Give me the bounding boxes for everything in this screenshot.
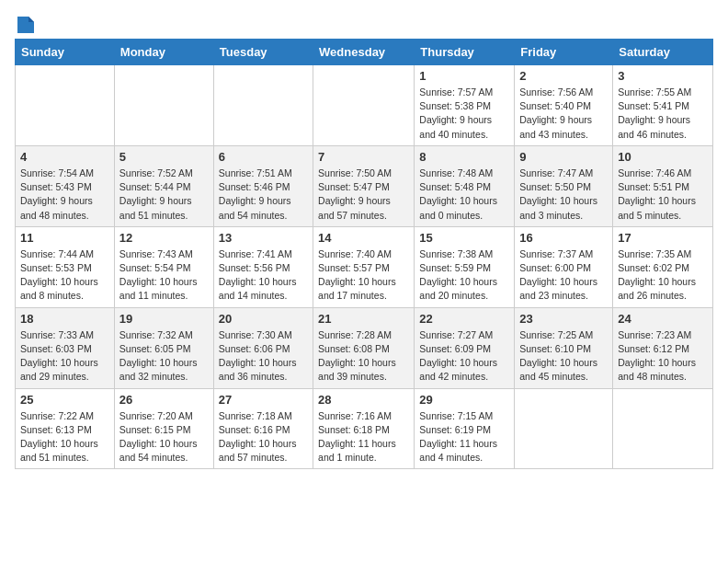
day-info: Sunrise: 7:25 AMSunset: 6:10 PMDaylight:… (519, 328, 608, 385)
calendar-body: 1Sunrise: 7:57 AMSunset: 5:38 PMDaylight… (16, 65, 713, 469)
day-info: Sunrise: 7:16 AMSunset: 6:18 PMDaylight:… (318, 409, 409, 465)
day-cell: 3Sunrise: 7:55 AMSunset: 5:41 PMDaylight… (613, 65, 713, 146)
day-number: 8 (419, 150, 509, 164)
header (15, 15, 713, 31)
day-cell (515, 388, 613, 469)
day-number: 13 (219, 231, 308, 245)
week-row-1: 1Sunrise: 7:57 AMSunset: 5:38 PMDaylight… (16, 65, 713, 146)
day-info: Sunrise: 7:43 AMSunset: 5:54 PMDaylight:… (119, 247, 209, 304)
day-info: Sunrise: 7:51 AMSunset: 5:46 PMDaylight:… (219, 167, 308, 223)
day-info: Sunrise: 7:54 AMSunset: 5:43 PMDaylight:… (20, 167, 109, 223)
day-cell: 13Sunrise: 7:41 AMSunset: 5:56 PMDayligh… (213, 226, 313, 307)
day-number: 14 (318, 231, 409, 245)
day-number: 3 (618, 69, 708, 83)
day-info: Sunrise: 7:56 AMSunset: 5:40 PMDaylight:… (519, 86, 608, 142)
day-cell (16, 65, 115, 146)
day-cell: 6Sunrise: 7:51 AMSunset: 5:46 PMDaylight… (213, 145, 313, 226)
header-day-sunday: Sunday (16, 40, 115, 65)
day-info: Sunrise: 7:15 AMSunset: 6:19 PMDaylight:… (419, 409, 509, 465)
day-cell: 29Sunrise: 7:15 AMSunset: 6:19 PMDayligh… (415, 388, 515, 469)
day-cell: 24Sunrise: 7:23 AMSunset: 6:12 PMDayligh… (613, 307, 713, 388)
header-day-wednesday: Wednesday (313, 40, 415, 65)
header-day-tuesday: Tuesday (213, 40, 313, 65)
day-info: Sunrise: 7:30 AMSunset: 6:06 PMDaylight:… (219, 328, 308, 385)
week-row-5: 25Sunrise: 7:22 AMSunset: 6:13 PMDayligh… (16, 388, 713, 469)
day-cell: 25Sunrise: 7:22 AMSunset: 6:13 PMDayligh… (16, 388, 115, 469)
day-info: Sunrise: 7:46 AMSunset: 5:51 PMDaylight:… (618, 167, 708, 223)
header-day-friday: Friday (515, 40, 613, 65)
logo (15, 15, 36, 31)
day-number: 1 (419, 69, 509, 83)
day-number: 22 (419, 312, 509, 326)
day-cell: 16Sunrise: 7:37 AMSunset: 6:00 PMDayligh… (515, 226, 613, 307)
day-cell: 28Sunrise: 7:16 AMSunset: 6:18 PMDayligh… (313, 388, 415, 469)
day-number: 15 (419, 231, 509, 245)
header-row: SundayMondayTuesdayWednesdayThursdayFrid… (16, 40, 713, 65)
day-number: 29 (419, 393, 509, 407)
day-cell: 27Sunrise: 7:18 AMSunset: 6:16 PMDayligh… (213, 388, 313, 469)
day-cell: 7Sunrise: 7:50 AMSunset: 5:47 PMDaylight… (313, 145, 415, 226)
day-cell: 23Sunrise: 7:25 AMSunset: 6:10 PMDayligh… (515, 307, 613, 388)
day-cell: 20Sunrise: 7:30 AMSunset: 6:06 PMDayligh… (213, 307, 313, 388)
day-number: 26 (119, 393, 209, 407)
day-cell (114, 65, 213, 146)
day-number: 18 (20, 312, 109, 326)
calendar-table: SundayMondayTuesdayWednesdayThursdayFrid… (15, 39, 713, 469)
day-info: Sunrise: 7:38 AMSunset: 5:59 PMDaylight:… (419, 247, 509, 304)
day-cell: 5Sunrise: 7:52 AMSunset: 5:44 PMDaylight… (114, 145, 213, 226)
day-number: 2 (519, 69, 608, 83)
day-number: 11 (20, 231, 109, 245)
day-cell: 14Sunrise: 7:40 AMSunset: 5:57 PMDayligh… (313, 226, 415, 307)
day-cell: 11Sunrise: 7:44 AMSunset: 5:53 PMDayligh… (16, 226, 115, 307)
day-cell: 9Sunrise: 7:47 AMSunset: 5:50 PMDaylight… (515, 145, 613, 226)
day-number: 27 (219, 393, 308, 407)
day-cell: 19Sunrise: 7:32 AMSunset: 6:05 PMDayligh… (114, 307, 213, 388)
day-cell (213, 65, 313, 146)
day-number: 28 (318, 393, 409, 407)
day-number: 25 (20, 393, 109, 407)
svg-marker-0 (17, 17, 34, 33)
day-info: Sunrise: 7:20 AMSunset: 6:15 PMDaylight:… (119, 409, 209, 465)
week-row-4: 18Sunrise: 7:33 AMSunset: 6:03 PMDayligh… (16, 307, 713, 388)
day-info: Sunrise: 7:47 AMSunset: 5:50 PMDaylight:… (519, 167, 608, 223)
day-cell (313, 65, 415, 146)
day-cell: 4Sunrise: 7:54 AMSunset: 5:43 PMDaylight… (16, 145, 115, 226)
week-row-2: 4Sunrise: 7:54 AMSunset: 5:43 PMDaylight… (16, 145, 713, 226)
day-info: Sunrise: 7:18 AMSunset: 6:16 PMDaylight:… (219, 409, 308, 465)
svg-marker-1 (28, 17, 34, 22)
day-number: 16 (519, 231, 608, 245)
day-cell (613, 388, 713, 469)
day-number: 12 (119, 231, 209, 245)
day-number: 24 (618, 312, 708, 326)
header-day-monday: Monday (114, 40, 213, 65)
day-info: Sunrise: 7:28 AMSunset: 6:08 PMDaylight:… (318, 328, 409, 385)
day-number: 6 (219, 150, 308, 164)
day-number: 20 (219, 312, 308, 326)
day-number: 7 (318, 150, 409, 164)
day-cell: 22Sunrise: 7:27 AMSunset: 6:09 PMDayligh… (415, 307, 515, 388)
header-day-saturday: Saturday (613, 40, 713, 65)
week-row-3: 11Sunrise: 7:44 AMSunset: 5:53 PMDayligh… (16, 226, 713, 307)
day-info: Sunrise: 7:32 AMSunset: 6:05 PMDaylight:… (119, 328, 209, 385)
logo-icon (16, 15, 36, 35)
day-number: 21 (318, 312, 409, 326)
day-number: 19 (119, 312, 209, 326)
day-number: 10 (618, 150, 708, 164)
day-number: 17 (618, 231, 708, 245)
day-cell: 1Sunrise: 7:57 AMSunset: 5:38 PMDaylight… (415, 65, 515, 146)
calendar-header: SundayMondayTuesdayWednesdayThursdayFrid… (16, 40, 713, 65)
day-cell: 12Sunrise: 7:43 AMSunset: 5:54 PMDayligh… (114, 226, 213, 307)
day-number: 23 (519, 312, 608, 326)
day-info: Sunrise: 7:33 AMSunset: 6:03 PMDaylight:… (20, 328, 109, 385)
day-info: Sunrise: 7:37 AMSunset: 6:00 PMDaylight:… (519, 247, 608, 304)
day-cell: 18Sunrise: 7:33 AMSunset: 6:03 PMDayligh… (16, 307, 115, 388)
day-cell: 17Sunrise: 7:35 AMSunset: 6:02 PMDayligh… (613, 226, 713, 307)
day-info: Sunrise: 7:55 AMSunset: 5:41 PMDaylight:… (618, 86, 708, 142)
day-info: Sunrise: 7:52 AMSunset: 5:44 PMDaylight:… (119, 167, 209, 223)
day-info: Sunrise: 7:41 AMSunset: 5:56 PMDaylight:… (219, 247, 308, 304)
day-info: Sunrise: 7:48 AMSunset: 5:48 PMDaylight:… (419, 167, 509, 223)
day-cell: 26Sunrise: 7:20 AMSunset: 6:15 PMDayligh… (114, 388, 213, 469)
day-info: Sunrise: 7:57 AMSunset: 5:38 PMDaylight:… (419, 86, 509, 142)
day-number: 9 (519, 150, 608, 164)
header-day-thursday: Thursday (415, 40, 515, 65)
